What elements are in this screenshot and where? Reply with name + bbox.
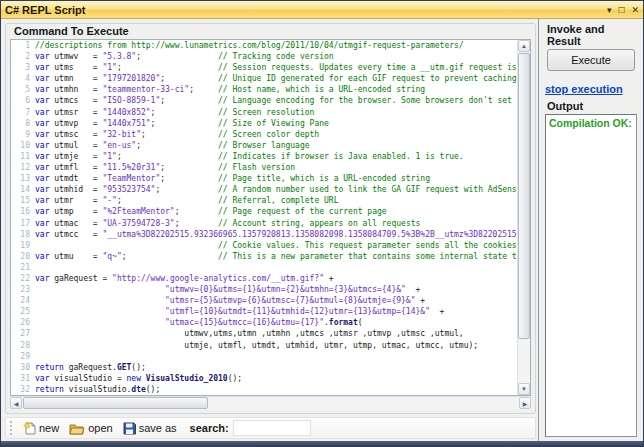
- code-line: 16var utmp = "%2FteamMentor"; // Page re…: [11, 206, 517, 217]
- code-line: 18var utmcc = "__utma%3D82202515.9323669…: [11, 229, 517, 240]
- close-icon[interactable]: ✕: [631, 5, 639, 15]
- code-line: 10var utmul = "en-us"; // Browser langua…: [11, 140, 517, 151]
- code-line: 26 "utmac={15}&utmcc={16}&utmu={17}".for…: [11, 317, 517, 328]
- repl-window: C# REPL Script ▾ □ ✕ Command To Execute …: [0, 0, 644, 447]
- code-line: 7var utmsr = "1440x852"; // Screen resol…: [11, 107, 517, 118]
- stop-execution-link[interactable]: stop execution: [545, 83, 637, 95]
- invoke-result-panel: Invoke and Result Execute stop execution…: [538, 19, 643, 441]
- code-line: 24 "utmsr={5}&utmvp={6}&utmsc={7}&utmul=…: [11, 295, 517, 306]
- code-line: 8var utmvp = "1440x751"; // Size of View…: [11, 118, 517, 129]
- toolbar-grip[interactable]: [10, 421, 14, 435]
- code-line: 25 "utmfl={10}&utmdt={11}&utmhid={12}utm…: [11, 306, 517, 317]
- invoke-groupbox: Execute: [543, 49, 639, 77]
- code-line: 15var utmr = "-"; // Referral, complete …: [11, 195, 517, 206]
- editor-toolbar: new open: [5, 417, 536, 439]
- open-folder-icon: [69, 422, 85, 435]
- new-file-icon: [23, 421, 36, 435]
- window-bottom-edge: [1, 441, 643, 446]
- save-as-button[interactable]: save as: [120, 421, 180, 436]
- code-line: 13var utmdt = "TeamMentor"; // Page titl…: [11, 173, 517, 184]
- command-group-label: Command To Execute: [10, 24, 531, 39]
- horizontal-scrollbar[interactable]: ◀ ▶: [10, 396, 531, 409]
- code-line: 31var visualStudio = new VisualStudio_20…: [11, 373, 517, 384]
- code-line: 32return visualStudio.dte();: [11, 384, 517, 395]
- save-floppy-icon: [123, 422, 136, 435]
- code-line: 19 // Cookie values. This request parame…: [11, 240, 517, 251]
- invoke-group-label: Invoke and Result: [543, 22, 639, 49]
- code-line: 1//descriptions from http://www.lunametr…: [11, 40, 517, 51]
- code-line: 22var gaRequest = "http://www.google-ana…: [11, 273, 517, 284]
- open-button-label: open: [88, 422, 112, 434]
- scroll-down-icon[interactable]: ▼: [518, 383, 530, 395]
- maximize-icon[interactable]: □: [618, 5, 624, 15]
- code-line: 17var utmac = "UA-37594728-3"; // Accoun…: [11, 218, 517, 229]
- code-lines: 1//descriptions from http://www.lunametr…: [11, 40, 517, 395]
- execute-button[interactable]: Execute: [547, 49, 635, 71]
- title-bar[interactable]: C# REPL Script ▾ □ ✕: [1, 1, 643, 19]
- code-line: 12var utmfl = "11.5%20r31"; // Flash ver…: [11, 162, 517, 173]
- output-groupbox: Compilation OK:: [543, 114, 639, 439]
- code-line: 30return gaRequest.GET();: [11, 362, 517, 373]
- output-group-label: Output: [543, 99, 639, 114]
- search-input[interactable]: [233, 420, 311, 436]
- command-panel: Command To Execute 1//descriptions from …: [1, 19, 538, 441]
- vertical-scroll-thumb[interactable]: [518, 53, 530, 339]
- code-line: 20var utmu = "q~"; // This is a new para…: [11, 251, 517, 262]
- scroll-left-icon[interactable]: ◀: [10, 397, 22, 409]
- main-area: Command To Execute 1//descriptions from …: [1, 19, 643, 441]
- scroll-right-icon[interactable]: ▶: [519, 397, 531, 409]
- search-label: search:: [190, 422, 229, 434]
- save-as-button-label: save as: [139, 422, 177, 434]
- code-line: 27 utmwv,utms,utmn ,utmhn ,utmcs ,utmsr …: [11, 328, 517, 339]
- window-title: C# REPL Script: [5, 4, 86, 16]
- code-line: 29: [11, 351, 517, 362]
- horizontal-scroll-thumb[interactable]: [23, 397, 208, 409]
- code-line: 4var utmn = "1797201820"; // Unique ID g…: [11, 73, 517, 84]
- new-button-label: new: [39, 422, 59, 434]
- code-line: 21: [11, 262, 517, 273]
- code-line: 23 "utmwv={0}&utms={1}&utmn={2}&utmhn={3…: [11, 284, 517, 295]
- code-line: 11var utmje = "1"; // Indicates if brows…: [11, 151, 517, 162]
- code-line: 9var utmsc = "32-bit"; // Screen color d…: [11, 129, 517, 140]
- code-editor[interactable]: 1//descriptions from http://www.lunametr…: [11, 40, 517, 395]
- scroll-up-icon[interactable]: ▲: [518, 40, 530, 52]
- code-line: 6var utmcs = "ISO-8859-1"; // Language e…: [11, 95, 517, 106]
- vertical-scrollbar[interactable]: ▲ ▼: [517, 40, 530, 395]
- code-line: 3var utms = "1"; // Session requests. Up…: [11, 62, 517, 73]
- code-line: 5var utmhn = "teammentor-33-ci"; // Host…: [11, 84, 517, 95]
- output-textbox[interactable]: Compilation OK:: [545, 114, 637, 437]
- code-line: 28 utmje, utmfl, utmdt, utmhid, utmr, ut…: [11, 340, 517, 351]
- code-line: 14var utmhid = "953523754"; // A random …: [11, 184, 517, 195]
- code-line: 2var utmwv = "5.3.8"; // Tracking code v…: [11, 51, 517, 62]
- open-button[interactable]: open: [66, 421, 115, 436]
- window-menu-icon[interactable]: ▾: [607, 5, 612, 15]
- new-button[interactable]: new: [20, 420, 62, 436]
- command-groupbox: Command To Execute 1//descriptions from …: [5, 23, 536, 414]
